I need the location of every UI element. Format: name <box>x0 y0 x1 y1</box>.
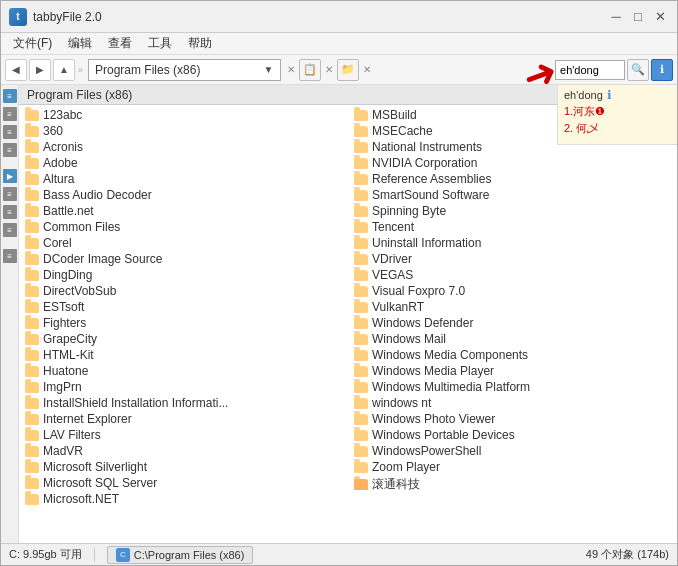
file-item-label: Windows Multimedia Platform <box>372 380 530 394</box>
list-item[interactable]: InstallShield Installation Informati... <box>19 395 348 411</box>
file-list-container[interactable]: 123abc360AcronisAdobeAlturaBass Audio De… <box>19 105 677 543</box>
address-dropdown-icon[interactable]: ▼ <box>264 64 274 75</box>
sidebar-icon-7[interactable]: ≡ <box>3 205 17 219</box>
forward-button[interactable]: ▶ <box>29 59 51 81</box>
list-item[interactable]: MadVR <box>19 443 348 459</box>
list-item[interactable]: Windows Portable Devices <box>348 427 677 443</box>
list-item[interactable]: windows nt <box>348 395 677 411</box>
list-item[interactable]: Windows Multimedia Platform <box>348 379 677 395</box>
list-item[interactable]: 360 <box>19 123 348 139</box>
list-item[interactable]: Uninstall Information <box>348 235 677 251</box>
list-item[interactable]: DirectVobSub <box>19 283 348 299</box>
close-button[interactable]: ✕ <box>651 8 669 26</box>
sidebar-icon-9[interactable]: ≡ <box>3 249 17 263</box>
file-item-label: Reference Assemblies <box>372 172 491 186</box>
list-item[interactable]: Huatone <box>19 363 348 379</box>
folder-icon <box>354 286 368 297</box>
list-item[interactable]: Windows Mail <box>348 331 677 347</box>
copy-clear-btn[interactable]: ✕ <box>323 64 335 75</box>
list-item[interactable]: DCoder Image Source <box>19 251 348 267</box>
list-item[interactable]: Windows Media Player <box>348 363 677 379</box>
list-item[interactable]: Altura <box>19 171 348 187</box>
list-item[interactable]: ImgPrn <box>19 379 348 395</box>
menu-help[interactable]: 帮助 <box>180 33 220 54</box>
file-item-label: Windows Mail <box>372 332 446 346</box>
folder-icon <box>354 430 368 441</box>
search-button[interactable]: 🔍 <box>627 59 649 81</box>
list-item[interactable]: VDriver <box>348 251 677 267</box>
info-button[interactable]: ℹ <box>651 59 673 81</box>
folder-icon <box>354 238 368 249</box>
copy-button[interactable]: 📋 <box>299 59 321 81</box>
address-bar[interactable]: Program Files (x86) ▼ <box>88 59 281 81</box>
file-item-label: Spinning Byte <box>372 204 446 218</box>
sidebar-icon-3[interactable]: ≡ <box>3 125 17 139</box>
list-item[interactable]: Spinning Byte <box>348 203 677 219</box>
maximize-button[interactable]: □ <box>629 8 647 26</box>
search-input[interactable] <box>555 60 625 80</box>
list-item[interactable]: Microsoft SQL Server <box>19 475 348 491</box>
address-clear-btn[interactable]: ✕ <box>285 64 297 75</box>
list-item[interactable]: Fighters <box>19 315 348 331</box>
sidebar-icon-1[interactable]: ≡ <box>3 89 17 103</box>
list-item[interactable]: Visual Foxpro 7.0 <box>348 283 677 299</box>
file-item-label: MSBuild <box>372 108 417 122</box>
sidebar-icon-4[interactable]: ≡ <box>3 143 17 157</box>
list-item[interactable]: Battle.net <box>19 203 348 219</box>
list-item[interactable]: Windows Photo Viewer <box>348 411 677 427</box>
folder-icon <box>25 110 39 121</box>
list-item[interactable]: 123abc <box>19 107 348 123</box>
list-item[interactable]: Windows Media Components <box>348 347 677 363</box>
file-item-label: Altura <box>43 172 74 186</box>
list-item[interactable]: NVIDIA Corporation <box>348 155 677 171</box>
up-button[interactable]: ▲ <box>53 59 75 81</box>
list-item[interactable]: Internet Explorer <box>19 411 348 427</box>
side-panel-link1[interactable]: 1.河东❶ <box>560 103 675 120</box>
folder-icon <box>25 286 39 297</box>
list-item[interactable]: SmartSound Software <box>348 187 677 203</box>
file-item-label: Adobe <box>43 156 78 170</box>
file-column-left: 123abc360AcronisAdobeAlturaBass Audio De… <box>19 107 348 507</box>
side-panel-link2[interactable]: 2. 何乄 <box>560 120 675 137</box>
list-item[interactable]: 滚通科技 <box>348 475 677 494</box>
folder-icon <box>25 430 39 441</box>
list-item[interactable]: DingDing <box>19 267 348 283</box>
file-item-label: Tencent <box>372 220 414 234</box>
folder-icon <box>25 478 39 489</box>
folder-icon <box>354 142 368 153</box>
sidebar-icon-2[interactable]: ≡ <box>3 107 17 121</box>
list-item[interactable]: GrapeCity <box>19 331 348 347</box>
list-item[interactable]: Acronis <box>19 139 348 155</box>
list-item[interactable]: LAV Filters <box>19 427 348 443</box>
list-item[interactable]: WindowsPowerShell <box>348 443 677 459</box>
menu-file[interactable]: 文件(F) <box>5 33 60 54</box>
status-path[interactable]: C C:\Program Files (x86) <box>107 546 254 564</box>
sidebar-icon-5[interactable]: ▶ <box>3 169 17 183</box>
folder-icon <box>25 350 39 361</box>
back-button[interactable]: ◀ <box>5 59 27 81</box>
list-item[interactable]: Zoom Player <box>348 459 677 475</box>
list-item[interactable]: Corel <box>19 235 348 251</box>
menu-tools[interactable]: 工具 <box>140 33 180 54</box>
sidebar-icon-8[interactable]: ≡ <box>3 223 17 237</box>
minimize-button[interactable]: ─ <box>607 8 625 26</box>
paste-clear-btn[interactable]: ✕ <box>361 64 373 75</box>
list-item[interactable]: Bass Audio Decoder <box>19 187 348 203</box>
status-path-text: C:\Program Files (x86) <box>134 549 245 561</box>
menu-edit[interactable]: 编辑 <box>60 33 100 54</box>
list-item[interactable]: VulkanRT <box>348 299 677 315</box>
list-item[interactable]: Common Files <box>19 219 348 235</box>
sidebar-icon-6[interactable]: ≡ <box>3 187 17 201</box>
list-item[interactable]: Microsoft.NET <box>19 491 348 507</box>
list-item[interactable]: VEGAS <box>348 267 677 283</box>
menu-view[interactable]: 查看 <box>100 33 140 54</box>
list-item[interactable]: Tencent <box>348 219 677 235</box>
list-item[interactable]: Reference Assemblies <box>348 171 677 187</box>
list-item[interactable]: Adobe <box>19 155 348 171</box>
list-item[interactable]: Microsoft Silverlight <box>19 459 348 475</box>
list-item[interactable]: HTML-Kit <box>19 347 348 363</box>
list-item[interactable]: Windows Defender <box>348 315 677 331</box>
paste-button[interactable]: 📁 <box>337 59 359 81</box>
list-item[interactable]: ESTsoft <box>19 299 348 315</box>
file-item-label: windows nt <box>372 396 431 410</box>
